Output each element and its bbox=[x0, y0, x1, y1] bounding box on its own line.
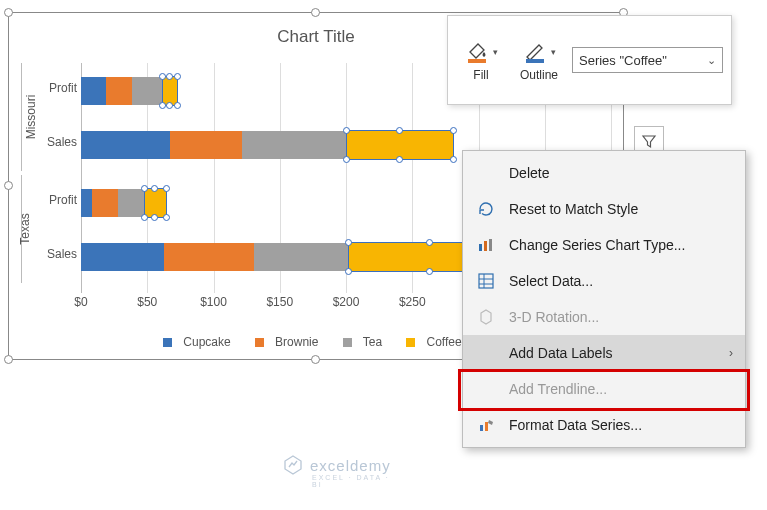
menu-item-format-data-series[interactable]: Format Data Series... bbox=[463, 407, 745, 443]
chevron-down-icon bbox=[491, 44, 498, 58]
chevron-right-icon: › bbox=[729, 346, 733, 360]
resize-handle[interactable] bbox=[4, 8, 13, 17]
menu-label: Add Trendline... bbox=[509, 381, 607, 397]
series-selection-outline bbox=[346, 130, 453, 160]
chevron-down-icon bbox=[549, 44, 556, 58]
bar-segment-cupcake[interactable] bbox=[81, 131, 170, 159]
svg-rect-9 bbox=[480, 425, 483, 431]
bar-segment-coffee[interactable] bbox=[163, 77, 177, 105]
x-tick-label: $0 bbox=[74, 295, 87, 309]
svg-rect-3 bbox=[484, 241, 487, 251]
y-category-label: Sales bbox=[47, 247, 77, 261]
bar-segment-brownie[interactable] bbox=[164, 243, 253, 271]
menu-label: Delete bbox=[509, 165, 549, 181]
outline-button[interactable]: Outline bbox=[514, 38, 564, 82]
fill-label: Fill bbox=[473, 68, 488, 82]
bar-segment-cupcake[interactable] bbox=[81, 243, 164, 271]
legend-label: Cupcake bbox=[183, 335, 230, 349]
chart-type-icon bbox=[475, 236, 497, 254]
fill-button[interactable]: Fill bbox=[456, 38, 506, 82]
outline-pen-icon bbox=[522, 38, 548, 64]
legend-key-icon bbox=[255, 338, 264, 347]
menu-item-change-chart-type[interactable]: Change Series Chart Type... bbox=[463, 227, 745, 263]
legend-key-icon bbox=[163, 338, 172, 347]
y-group-label: Texas bbox=[18, 213, 32, 244]
y-group-label: Missouri bbox=[24, 95, 38, 140]
x-tick-label: $100 bbox=[200, 295, 227, 309]
menu-item-3d-rotation: 3-D Rotation... bbox=[463, 299, 745, 335]
select-data-icon bbox=[475, 272, 497, 290]
bar-segment-coffee[interactable] bbox=[347, 131, 452, 159]
x-tick-label: $250 bbox=[399, 295, 426, 309]
menu-item-add-data-labels[interactable]: Add Data Labels › bbox=[463, 335, 745, 371]
menu-label: Change Series Chart Type... bbox=[509, 237, 685, 253]
resize-handle[interactable] bbox=[4, 181, 13, 190]
y-category-label: Profit bbox=[49, 193, 77, 207]
fill-bucket-icon bbox=[464, 38, 490, 64]
legend-label: Brownie bbox=[275, 335, 318, 349]
rotation-3d-icon bbox=[475, 308, 497, 326]
menu-item-select-data[interactable]: Select Data... bbox=[463, 263, 745, 299]
menu-item-reset-style[interactable]: Reset to Match Style bbox=[463, 191, 745, 227]
bar-segment-brownie[interactable] bbox=[92, 189, 119, 217]
menu-label: Add Data Labels bbox=[509, 345, 613, 361]
reset-style-icon bbox=[475, 200, 497, 218]
y-category-label: Profit bbox=[49, 81, 77, 95]
bar-row[interactable] bbox=[81, 189, 293, 217]
watermark: exceldemy EXCEL · DATA · BI bbox=[282, 454, 391, 476]
format-series-icon bbox=[475, 416, 497, 434]
series-selection-outline bbox=[162, 76, 178, 106]
legend-label: Coffee bbox=[426, 335, 461, 349]
context-menu: Delete Reset to Match Style Change Serie… bbox=[462, 150, 746, 448]
legend-label: Tea bbox=[363, 335, 382, 349]
logo-icon bbox=[282, 454, 304, 476]
bar-segment-brownie[interactable] bbox=[170, 131, 242, 159]
resize-handle[interactable] bbox=[311, 8, 320, 17]
series-selector-value: Series "Coffee" bbox=[579, 53, 667, 68]
bar-segment-tea[interactable] bbox=[254, 243, 349, 271]
svg-rect-0 bbox=[468, 59, 486, 63]
menu-label: 3-D Rotation... bbox=[509, 309, 599, 325]
bar-row[interactable] bbox=[81, 131, 525, 159]
chevron-down-icon: ⌄ bbox=[707, 54, 716, 67]
x-tick-label: $50 bbox=[137, 295, 157, 309]
watermark-text: exceldemy bbox=[310, 457, 391, 474]
svg-rect-2 bbox=[479, 244, 482, 251]
watermark-tagline: EXCEL · DATA · BI bbox=[312, 474, 391, 488]
bar-segment-coffee[interactable] bbox=[145, 189, 166, 217]
legend-key-icon bbox=[343, 338, 352, 347]
menu-label: Select Data... bbox=[509, 273, 593, 289]
svg-rect-1 bbox=[526, 59, 544, 63]
bar-row[interactable] bbox=[81, 77, 306, 105]
x-tick-label: $150 bbox=[266, 295, 293, 309]
bar-segment-brownie[interactable] bbox=[106, 77, 131, 105]
bar-segment-tea[interactable] bbox=[118, 189, 145, 217]
menu-label: Format Data Series... bbox=[509, 417, 642, 433]
bar-segment-tea[interactable] bbox=[242, 131, 347, 159]
bar-segment-cupcake[interactable] bbox=[81, 77, 106, 105]
x-tick-label: $200 bbox=[333, 295, 360, 309]
chart-element-selector[interactable]: Series "Coffee" ⌄ bbox=[572, 47, 723, 73]
svg-rect-5 bbox=[479, 274, 493, 288]
menu-item-add-trendline: Add Trendline... bbox=[463, 371, 745, 407]
resize-handle[interactable] bbox=[4, 355, 13, 364]
outline-label: Outline bbox=[520, 68, 558, 82]
legend-key-icon bbox=[406, 338, 415, 347]
bar-segment-cupcake[interactable] bbox=[81, 189, 92, 217]
menu-label: Reset to Match Style bbox=[509, 201, 638, 217]
svg-rect-4 bbox=[489, 239, 492, 251]
mini-toolbar: Fill Outline Series "Coffee" ⌄ bbox=[447, 15, 732, 105]
bar-segment-tea[interactable] bbox=[132, 77, 163, 105]
menu-item-delete[interactable]: Delete bbox=[463, 155, 745, 191]
series-selection-outline bbox=[144, 188, 167, 218]
resize-handle[interactable] bbox=[311, 355, 320, 364]
y-category-label: Sales bbox=[47, 135, 77, 149]
svg-rect-10 bbox=[485, 422, 488, 431]
